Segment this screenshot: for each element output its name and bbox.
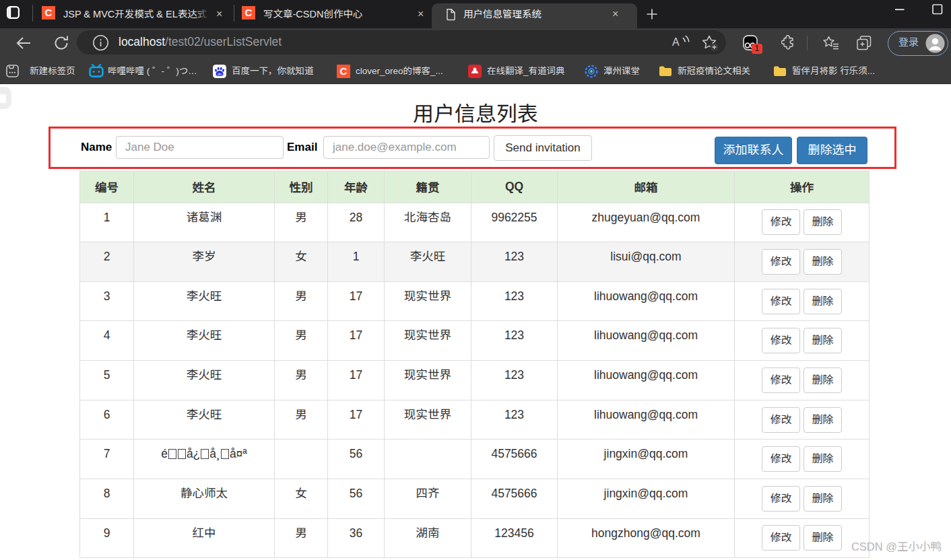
svg-text:du: du: [218, 72, 222, 76]
svg-text:A: A: [672, 36, 680, 48]
